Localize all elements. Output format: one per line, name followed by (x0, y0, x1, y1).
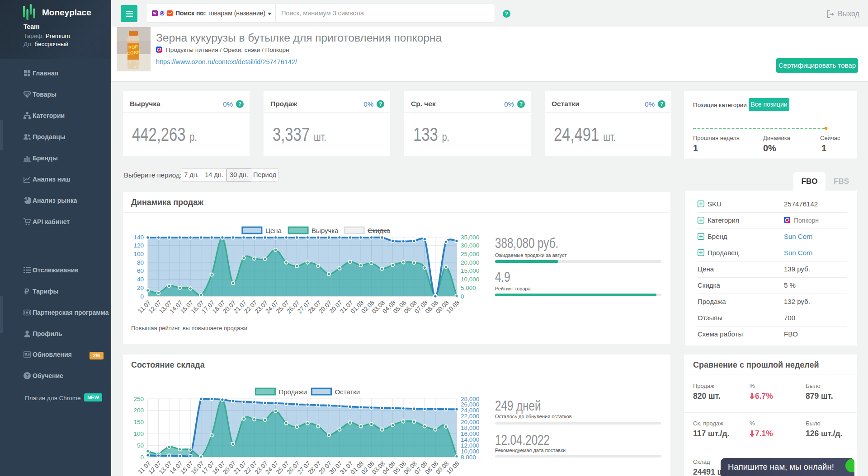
svg-text:80: 80 (137, 259, 144, 266)
svg-text:Выручка: Выручка (311, 227, 339, 234)
svg-text:50: 50 (137, 442, 144, 449)
svg-text:8,000: 8,000 (461, 454, 476, 461)
svg-text:Продажи: Продажи (278, 388, 307, 396)
svg-text:20,000: 20,000 (461, 419, 479, 425)
svg-text:20: 20 (137, 285, 144, 291)
svg-text:250: 250 (133, 396, 144, 402)
svg-text:14,000: 14,000 (461, 436, 479, 443)
svg-text:Скидка: Скидка (368, 227, 390, 234)
svg-text:25,000: 25,000 (461, 251, 479, 257)
svg-text:40: 40 (137, 276, 144, 283)
svg-text:Остатки: Остатки (335, 388, 360, 396)
svg-text:60: 60 (137, 267, 144, 274)
svg-text:150: 150 (133, 419, 144, 425)
svg-text:30,000: 30,000 (461, 242, 479, 249)
svg-text:100: 100 (133, 251, 144, 257)
svg-text:Цена: Цена (265, 227, 282, 234)
svg-text:120: 120 (133, 242, 144, 249)
svg-text:28,000: 28,000 (461, 396, 479, 402)
svg-text:200: 200 (133, 407, 144, 414)
svg-text:140: 140 (133, 234, 144, 241)
svg-text:0: 0 (461, 293, 464, 300)
svg-text:?: ? (26, 373, 29, 378)
svg-text:0: 0 (140, 293, 144, 300)
svg-text:10,000: 10,000 (461, 448, 479, 455)
svg-text:35,000: 35,000 (461, 234, 479, 241)
svg-text:100: 100 (133, 430, 144, 437)
svg-text:5,000: 5,000 (461, 285, 476, 291)
svg-text:26,000: 26,000 (461, 401, 479, 408)
svg-text:10,000: 10,000 (461, 276, 479, 283)
svg-text:16,000: 16,000 (461, 430, 479, 437)
svg-text:12,000: 12,000 (461, 442, 479, 449)
svg-text:₽: ₽ (24, 288, 29, 295)
svg-text:W: W (153, 11, 157, 15)
svg-text:0: 0 (140, 454, 144, 461)
svg-text:15,000: 15,000 (461, 267, 479, 274)
svg-text:24,000: 24,000 (461, 407, 479, 414)
svg-text:20,000: 20,000 (461, 259, 479, 266)
svg-text:22,000: 22,000 (461, 413, 479, 420)
svg-text:18,000: 18,000 (461, 425, 479, 431)
